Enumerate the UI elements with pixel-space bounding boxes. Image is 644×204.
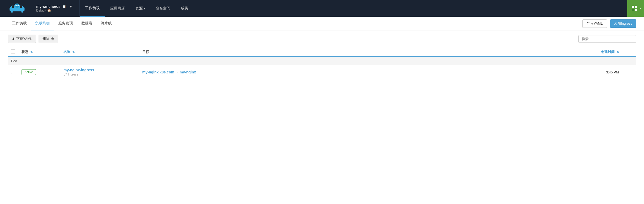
target-arrow-icon: › — [176, 70, 177, 74]
trash-icon: 🗑 — [51, 37, 54, 41]
nav-workload[interactable]: 工作负载 — [80, 0, 105, 17]
sub-tabs: 工作负载 负载均衡 服务发现 数据卷 流水线 导入YAML 添加Ingress — [0, 17, 644, 30]
row-checkbox-cell — [8, 65, 18, 79]
svg-rect-10 — [22, 10, 23, 13]
nav-appstore[interactable]: 应用商店 — [105, 0, 130, 17]
target-host-link[interactable]: my-nginx.k8s.com — [142, 70, 174, 74]
search-area — [578, 35, 636, 43]
cluster-info[interactable]: my-rancheros 📋 ▾ Default 🏠 — [34, 0, 80, 17]
nav-links: 工作负载 应用商店 资源 ▾ 命名空间 成员 — [80, 0, 627, 17]
header-name[interactable]: 名称 ⇅ — [60, 47, 139, 57]
row-time-cell: 3:45 PM — [575, 65, 622, 79]
row-checkbox[interactable] — [11, 70, 15, 74]
cluster-name-text: my-rancheros — [36, 4, 61, 9]
tab-service-discovery[interactable]: 服务发现 — [54, 17, 77, 30]
top-navigation: my-rancheros 📋 ▾ Default 🏠 工作负载 应用商店 资源 … — [0, 0, 644, 17]
resource-name-link[interactable]: my-nginx-ingress — [64, 68, 94, 72]
cluster-doc-icon: 📋 — [62, 5, 66, 8]
import-yaml-button[interactable]: 导入YAML — [582, 19, 607, 28]
header-time[interactable]: 创建时间 ⇅ — [575, 47, 622, 57]
header-target: 目标 — [139, 47, 575, 57]
svg-rect-11 — [630, 4, 638, 13]
tab-load-balancing[interactable]: 负载均衡 — [31, 17, 54, 30]
row-more-button[interactable]: ⋮ — [625, 68, 633, 76]
resource-sub-label: L7 Ingress — [64, 73, 136, 76]
select-all-checkbox[interactable] — [11, 49, 15, 53]
search-input[interactable] — [578, 35, 636, 43]
tab-pipeline[interactable]: 流水线 — [97, 17, 116, 30]
svg-point-8 — [18, 5, 19, 6]
logo-area — [0, 0, 34, 17]
avatar-dropdown-icon: ▾ — [640, 7, 642, 10]
user-avatar[interactable]: ▾ — [627, 0, 644, 17]
svg-point-3 — [12, 6, 14, 8]
status-sort-icon[interactable]: ⇅ — [30, 51, 33, 53]
row-target-cell: my-nginx.k8s.com › my-nginx — [139, 65, 575, 79]
sub-tabs-right: 导入YAML 添加Ingress — [582, 19, 636, 28]
row-status-cell: Active — [18, 65, 60, 79]
table-header-row: 状态 ⇅ 名称 ⇅ 目标 创建时间 ⇅ — [8, 47, 636, 57]
time-sort-icon[interactable]: ⇅ — [617, 51, 619, 53]
nav-namespace[interactable]: 命名空间 — [150, 0, 176, 17]
svg-rect-13 — [635, 6, 637, 8]
header-status: 状态 ⇅ — [18, 47, 60, 57]
tab-workload[interactable]: 工作负载 — [8, 17, 31, 30]
rancher-logo-icon — [9, 3, 25, 14]
toolbar: ⬇ 下载YAML 删除 🗑 — [0, 30, 644, 47]
nav-right: ▾ — [627, 0, 644, 17]
svg-rect-15 — [635, 9, 637, 11]
nav-members[interactable]: 成员 — [176, 0, 193, 17]
group-row-pod: Pod — [8, 57, 636, 65]
svg-rect-12 — [632, 6, 634, 8]
row-action-cell: ⋮ — [622, 65, 636, 79]
svg-point-4 — [20, 6, 22, 8]
svg-rect-9 — [11, 10, 13, 13]
cluster-dropdown-icon[interactable]: ▾ — [70, 4, 72, 9]
user-avatar-icon — [630, 4, 639, 13]
header-action — [622, 47, 636, 57]
delete-button[interactable]: 删除 🗑 — [39, 35, 58, 43]
cluster-env-text: Default — [36, 9, 46, 12]
header-checkbox-col — [8, 47, 18, 57]
row-name-cell: my-nginx-ingress L7 Ingress — [60, 65, 139, 79]
tab-volumes[interactable]: 数据卷 — [77, 17, 97, 30]
ingress-table: 状态 ⇅ 名称 ⇅ 目标 创建时间 ⇅ — [8, 47, 636, 79]
svg-point-7 — [15, 5, 17, 6]
name-sort-icon[interactable]: ⇅ — [72, 51, 75, 53]
resources-arrow-icon: ▾ — [144, 7, 145, 10]
add-ingress-button[interactable]: 添加Ingress — [610, 19, 636, 28]
table-row: Active my-nginx-ingress L7 Ingress my-ng… — [8, 65, 636, 79]
svg-rect-14 — [632, 9, 634, 11]
download-yaml-button[interactable]: ⬇ 下载YAML — [8, 35, 36, 43]
nav-resources[interactable]: 资源 ▾ — [130, 0, 150, 17]
table-container: 状态 ⇅ 名称 ⇅ 目标 创建时间 ⇅ — [0, 47, 644, 79]
status-badge: Active — [22, 69, 36, 75]
cluster-env-folder-icon: 🏠 — [47, 9, 51, 12]
download-icon: ⬇ — [12, 37, 15, 41]
target-service-link[interactable]: my-nginx — [180, 70, 196, 74]
